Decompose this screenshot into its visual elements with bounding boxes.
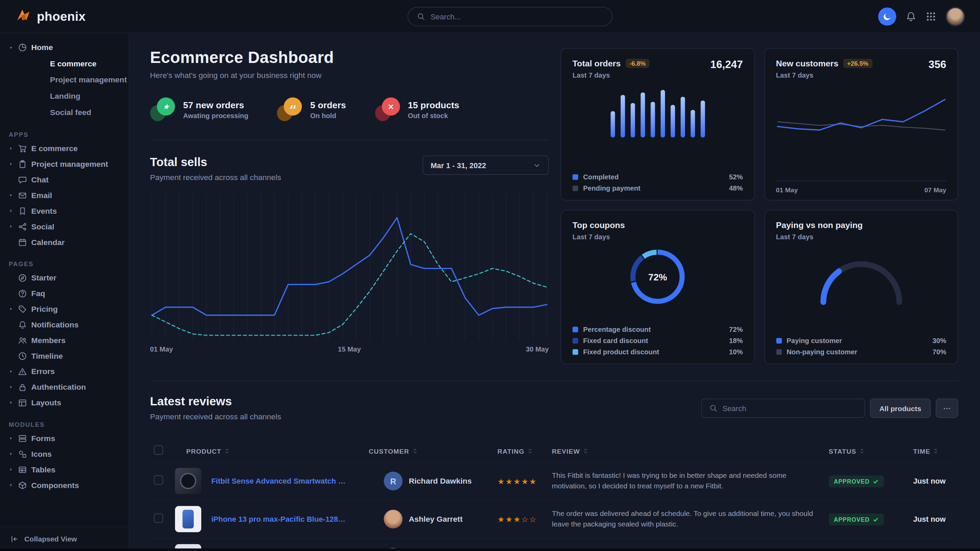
brand-logo-link[interactable]: phoenix — [15, 8, 86, 24]
sidebar-item[interactable]: Components — [0, 477, 129, 493]
sidebar-item-icon — [18, 160, 27, 168]
sidebar-item-icon — [18, 175, 27, 184]
sidebar-item[interactable]: Errors — [0, 364, 129, 379]
sort-icon[interactable] — [582, 448, 589, 454]
sidebar-item[interactable]: Layouts — [0, 395, 129, 410]
sidebar-item[interactable]: Email — [0, 187, 129, 203]
paying-card: Paying vs non paying Last 7 days Paying … — [764, 210, 958, 364]
x-axis-label: 15 May — [338, 345, 361, 353]
sidebar-subitem[interactable]: Project management — [0, 72, 129, 88]
sidebar-item[interactable]: Timeline — [0, 348, 129, 364]
sidebar-item-home[interactable]: Home — [0, 40, 129, 56]
sidebar-item[interactable]: Notifications — [0, 317, 129, 332]
sidebar-item-label: Calendar — [31, 238, 65, 246]
sidebar-subitem[interactable]: E commerce — [0, 56, 129, 72]
sort-icon[interactable] — [527, 448, 533, 454]
legend: Completed 52% Pending payment 48% — [573, 169, 743, 192]
sidebar-item[interactable]: Pricing — [0, 301, 129, 317]
sort-icon[interactable] — [933, 448, 939, 454]
table-row[interactable]: iPhone 13 pro max-Pacific Blue-128GB sto… — [150, 500, 958, 538]
card-period: Last 7 days — [573, 71, 649, 79]
sidebar-item-label: Email — [31, 191, 52, 200]
sort-icon[interactable] — [224, 448, 230, 454]
legend-label: Pending payment — [583, 184, 641, 192]
sidebar-item[interactable]: Events — [0, 203, 129, 219]
product-link[interactable]: iPhone 13 pro max-Pacific Blue-128GB sto… — [211, 514, 345, 524]
sidebar-item[interactable]: Starter — [0, 270, 129, 286]
column-header[interactable]: STATUS — [825, 440, 910, 462]
sidebar-item[interactable]: Calendar — [0, 234, 129, 250]
reviews-search-input[interactable] — [722, 404, 857, 413]
column-header[interactable]: CUSTOMER — [365, 440, 494, 462]
sort-icon[interactable] — [859, 448, 865, 454]
select-all-checkbox[interactable] — [154, 446, 164, 455]
column-header[interactable]: PRODUCT — [171, 440, 365, 462]
theme-toggle-button[interactable] — [878, 7, 896, 25]
sidebar-subitem[interactable]: Social feed — [0, 105, 129, 121]
status-badge: APPROVED — [829, 514, 884, 526]
sidebar-item-icon — [18, 273, 27, 282]
date-range-select[interactable]: Mar 1 - 31, 2022 — [423, 156, 549, 175]
reviews-search[interactable] — [701, 399, 865, 418]
sidebar-subitem[interactable]: Landing — [0, 88, 129, 105]
change-badge: -6.8% — [625, 59, 649, 68]
notifications-button[interactable] — [906, 11, 916, 21]
nine-dots-grid-icon — [926, 11, 936, 21]
legend-swatch — [573, 326, 578, 332]
customer-name: Ashley Garrett — [409, 514, 462, 524]
sidebar-item[interactable]: Faq — [0, 286, 129, 301]
all-products-button[interactable]: All products — [870, 399, 931, 418]
sidebar-item-icon — [18, 336, 27, 345]
table-row[interactable]: Fitbit Sense Advanced Smartwatch with To… — [150, 462, 958, 500]
sidebar-item[interactable]: Members — [0, 332, 129, 348]
total-sells-subtitle: Payment received across all channels — [150, 173, 281, 182]
sidebar-item-label: Tables — [31, 465, 56, 474]
product-link[interactable]: Fitbit Sense Advanced Smartwatch with To… — [211, 476, 345, 485]
legend-value: 52% — [729, 173, 743, 180]
sidebar-item[interactable]: Project management — [0, 156, 129, 172]
sidebar-item[interactable]: Authentication — [0, 379, 129, 395]
review-text: This Fitbit is fantastic! I was trying t… — [548, 462, 825, 500]
x-axis-labels: 01 May 07 May — [776, 180, 946, 194]
sidebar-item[interactable]: E commerce — [0, 141, 129, 156]
row-checkbox[interactable] — [154, 513, 164, 523]
stat-icon: × — [375, 97, 399, 121]
column-header-label: RATING — [498, 447, 524, 454]
sidebar-item[interactable]: Social — [0, 219, 129, 234]
stat-icon: ▮▮ — [277, 97, 302, 121]
more-actions-button[interactable] — [936, 399, 958, 418]
column-header[interactable]: REVIEW — [548, 440, 825, 462]
moon-icon — [883, 11, 892, 21]
legend-value: 48% — [729, 184, 743, 192]
card-value: 16,247 — [710, 59, 743, 71]
legend-label: Non-paying customer — [787, 348, 858, 355]
sidebar-item[interactable]: Tables — [0, 462, 129, 477]
global-search[interactable] — [407, 7, 612, 26]
sidebar-item[interactable]: Icons — [0, 446, 129, 462]
total-orders-card: Total orders -6.8% Last 7 days 16,247 — [560, 48, 754, 200]
row-checkbox[interactable] — [154, 475, 164, 484]
column-header[interactable]: RATING — [494, 440, 548, 462]
global-search-input[interactable] — [431, 12, 603, 21]
sidebar-item[interactable]: Chat — [0, 172, 129, 187]
sidebar-item-label: Timeline — [31, 351, 63, 360]
card-title: Top coupons — [573, 221, 625, 230]
sidebar-section-title: APPS — [9, 131, 120, 138]
user-avatar[interactable] — [946, 6, 965, 26]
sidebar-item-label: Members — [31, 336, 66, 345]
collapse-view-button[interactable]: Collapsed View — [0, 527, 129, 551]
card-value: 356 — [929, 59, 946, 71]
sidebar-item[interactable]: Forms — [0, 430, 129, 446]
page-title: Ecommerce Dashboard — [150, 48, 549, 67]
customer-avatar: R — [384, 472, 402, 491]
new-customers-chart — [776, 85, 946, 155]
table-header-row: PRODUCT CUSTOMER RATING REVIEW STATUS TI… — [150, 440, 958, 462]
apps-grid-button[interactable] — [926, 11, 936, 21]
legend-swatch — [776, 349, 782, 355]
chevron-down-icon — [533, 161, 541, 169]
sort-icon[interactable] — [412, 448, 418, 454]
column-header[interactable]: TIME — [910, 440, 958, 462]
divider — [150, 140, 549, 141]
sidebar-item-label: Events — [31, 206, 57, 216]
sidebar-item-icon — [18, 289, 27, 298]
